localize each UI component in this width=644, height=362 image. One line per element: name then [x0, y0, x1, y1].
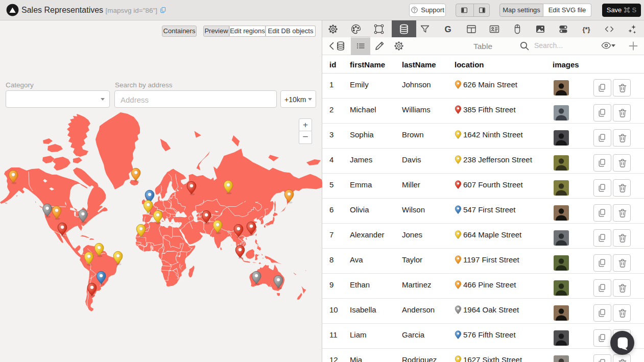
svg-text:G: G	[444, 25, 451, 34]
svg-text:{*}: {*}	[582, 26, 590, 33]
